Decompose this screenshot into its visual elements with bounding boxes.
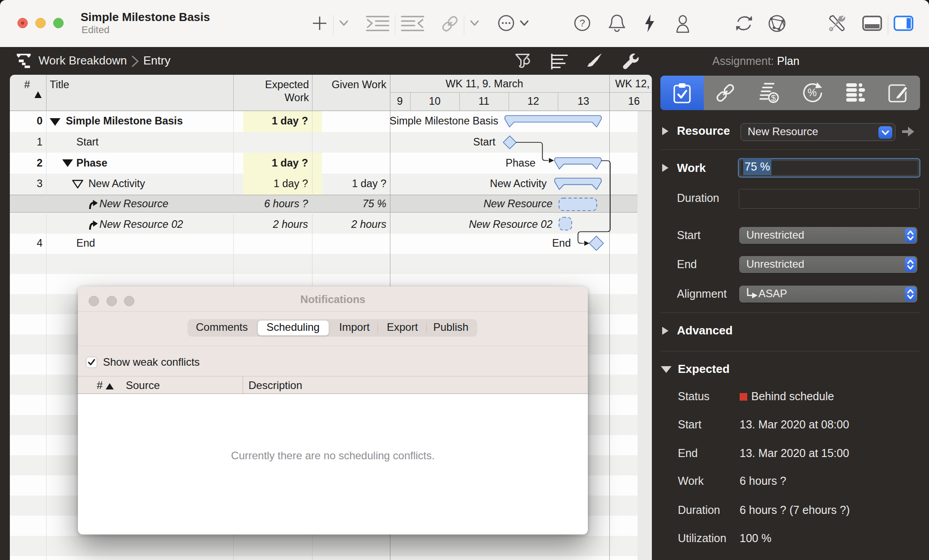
svg-text:%: % [808, 87, 817, 98]
svg-text:?: ? [579, 17, 585, 29]
svg-text:$: $ [771, 93, 776, 103]
